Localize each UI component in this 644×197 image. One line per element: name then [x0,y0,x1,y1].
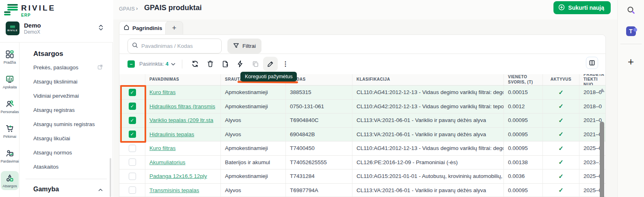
cell-kodas: T6904840C [286,113,352,127]
cell-pavadinimas: Hidraulinis tepalas [145,128,221,141]
cell-klasifikacija: CL110:AG41:2012-12-13 - Vidaus degimo va… [352,141,504,155]
more-options-kebab-button[interactable]: ⋮ [278,57,293,71]
divider [182,60,182,69]
nav-rail-item-apskaita[interactable]: Apskaita [1,72,19,91]
cell-aktyvus: ✓ [543,141,579,155]
teams-icon[interactable]: T [625,25,637,37]
column-header-klasifikacija[interactable]: KLASIFIKACIJA [352,74,504,85]
create-new-button[interactable]: Sukurti naują [553,1,611,14]
sidebar-item-atsargu-likuciai[interactable]: Atsargų likučiai [20,131,112,146]
selected-label: Pasirinkta: [139,61,164,67]
inventory-icon [5,173,14,182]
filters-button[interactable]: Filtrai [227,39,261,54]
home-icon [123,24,130,32]
breadcrumb-parent[interactable]: GPAIS [119,6,135,12]
cell-vieneto-svoris: 0.00095 [504,128,543,141]
workspace-name: Demo [24,22,41,29]
row-checkbox-cell: ✓ [119,100,145,113]
product-link[interactable]: Akumuliatorius [149,159,186,165]
product-link[interactable]: Kuro filtras [149,145,176,151]
cell-vieneto-svoris: 0.00095 [504,184,543,197]
search-input[interactable] [141,43,217,49]
active-check-icon: ✓ [558,131,564,138]
sidebar-item-vidiniai-pervezimai[interactable]: Vidiniai pervežimai [20,89,112,103]
row-checkbox-checked[interactable]: ✓ [129,89,136,96]
search-extension-icon[interactable] [625,4,637,16]
row-checkbox-cell [119,156,145,169]
sidebar-section-title: Atsargos [33,50,112,58]
column-header-pavadinimas[interactable]: PAVADINIMAS [145,74,221,85]
add-tab-button[interactable]: + [165,21,183,34]
cell-pavadinimas: Variklio tepalas (209 ltr.sta [145,113,221,127]
divider [620,44,642,44]
product-link[interactable]: Kuro filtras [149,89,176,95]
nav-rail-item-atsargos[interactable]: Atsargos [1,171,19,190]
active-check-icon: ✓ [558,103,564,110]
row-checkbox-checked[interactable]: ✓ [129,131,136,138]
cell-pavadinimas: Kuro filtras [145,141,221,155]
edit-selected-button[interactable] [263,57,278,71]
sidebar-item-prekes-paslaugos[interactable]: Prekės, paslaugos [20,60,112,75]
edit-tooltip: Koreguoti pažymėtus [240,72,297,81]
chevron-up-down-icon[interactable] [99,24,103,32]
sidebar-item-atsargu-suminis-registras[interactable]: Atsargų suminis registras [20,117,112,131]
sidebar-item-ataskaitos[interactable]: Ataskaitos [20,160,112,174]
actions-lightning-button[interactable] [233,57,248,71]
nav-rail-item-pirkimai[interactable]: Pirkimai [1,122,19,141]
row-checkbox-cell [119,184,145,197]
table-row: AkumuliatoriusBaterijos ir akumulT740526… [119,156,605,170]
table-scroll-up-arrow[interactable] [600,88,605,92]
cell-srautas: Alyvos [221,113,286,127]
column-settings-button[interactable] [586,57,598,69]
sidebar-atsargos-menu: Atsargos Prekės, paslaugos Atsargų tiksl… [20,43,113,197]
table-scrollbar-thumb[interactable] [600,122,604,197]
row-checkbox-unchecked[interactable] [129,186,136,194]
row-checkbox-checked[interactable]: ✓ [129,117,136,124]
column-header-pradeta-tiekti-nuo[interactable]: PRADĖTA TIEKTI NUO [579,74,605,85]
sidebar-item-atsargu-registras[interactable]: Atsargų registras [20,103,112,117]
nav-rail-item-pradzia[interactable]: Pradžia [1,47,19,66]
workspace-subname: DemoX [24,29,41,35]
row-checkbox-checked[interactable]: ✓ [129,103,136,110]
products-panel: Filtrai – Pasirinkta: 4 [119,34,606,197]
sidebar-item-atsargu-normos[interactable]: Atsargų normos [20,146,112,160]
cell-aktyvus: ✓ [543,184,579,197]
delete-button[interactable] [203,57,218,71]
product-link[interactable]: Hidraulikos filtras (transmis [149,103,215,109]
dashboard-icon [5,50,14,59]
sidebar-item-atsargu-tikslinimai[interactable]: Atsargų tikslinimai [20,75,112,89]
row-checkbox-unchecked[interactable] [129,173,136,180]
product-link[interactable]: Transmisinis tepalas [149,187,199,193]
app-logo: RIVILE ERP [4,3,56,17]
export-file-button[interactable] [218,57,233,71]
workspace-selector[interactable]: RIVILE Demo DemoX [6,21,107,35]
cell-kodas: T74052625555 [286,156,352,169]
cell-pavadinimas: Hidraulikos filtras (transmis [145,100,221,113]
browser-extension-rail: T + [617,0,644,197]
select-all-checkbox[interactable]: – [128,60,135,68]
copy-button[interactable] [248,57,263,71]
row-checkbox-cell [119,141,145,155]
plus-circle-icon [558,4,565,12]
product-link[interactable]: Padanga 12x16,5 12ply [149,173,207,179]
cell-kodas: T7400450 [286,141,352,155]
active-check-icon: ✓ [558,186,564,194]
nav-rail-item-personalas[interactable]: Personalas [1,97,19,116]
sidebar-section-gamyba[interactable]: Gamyba [33,186,103,193]
sidebar-scrollbar[interactable] [110,158,111,197]
tab-bar: Pagrindinis ⋮ + [113,19,617,34]
column-header-vieneto-svoris[interactable]: VIENETO SVORIS, (T) [504,74,543,85]
product-link[interactable]: Variklio tepalas (209 ltr.sta [149,117,213,123]
row-checkbox-unchecked[interactable] [129,145,136,152]
external-link-icon[interactable] [97,64,103,71]
add-extension-icon[interactable]: + [625,56,637,68]
column-header-aktyvus[interactable]: AKTYVUS [543,74,579,85]
row-checkbox-unchecked[interactable] [129,158,136,166]
refresh-button[interactable] [188,57,203,71]
search-row: Filtrai [119,35,605,54]
cell-kodas: T6987794A [286,184,352,197]
product-link[interactable]: Hidraulinis tepalas [149,131,194,137]
chevron-down-icon[interactable] [171,62,175,66]
nav-rail-item-pardavimai[interactable]: Pardavimai [1,146,19,165]
chevron-up-icon [98,186,103,193]
